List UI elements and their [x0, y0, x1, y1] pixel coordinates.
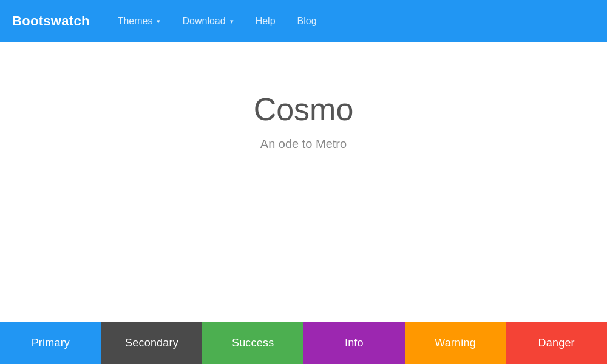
hero-section: Cosmo An ode to Metro — [0, 42, 607, 187]
hero-title: Cosmo — [254, 91, 354, 127]
themes-nav-link[interactable]: Themes ▾ — [108, 11, 171, 32]
blog-label: Blog — [297, 16, 317, 27]
download-caret-icon: ▾ — [230, 18, 234, 25]
help-nav-link[interactable]: Help — [246, 11, 285, 32]
themes-caret-icon: ▾ — [157, 18, 160, 25]
success-button[interactable]: Success — [202, 322, 304, 364]
download-label: Download — [182, 16, 225, 27]
info-button[interactable]: Info — [304, 322, 405, 364]
buttons-row: Primary Secondary Success Info Warning D… — [0, 322, 607, 364]
help-label: Help — [256, 16, 276, 27]
blog-nav-link[interactable]: Blog — [288, 11, 327, 32]
hero-subtitle: An ode to Metro — [260, 137, 347, 151]
danger-button[interactable]: Danger — [506, 322, 607, 364]
themes-label: Themes — [118, 16, 153, 27]
nav-items: Themes ▾ Download ▾ Help Blog — [108, 11, 327, 32]
download-nav-link[interactable]: Download ▾ — [172, 11, 243, 32]
navbar: Bootswatch Themes ▾ Download ▾ Help Blog — [0, 0, 607, 42]
primary-button[interactable]: Primary — [0, 322, 101, 364]
warning-button[interactable]: Warning — [405, 322, 506, 364]
secondary-button[interactable]: Secondary — [101, 322, 203, 364]
navbar-brand[interactable]: Bootswatch — [12, 13, 90, 29]
